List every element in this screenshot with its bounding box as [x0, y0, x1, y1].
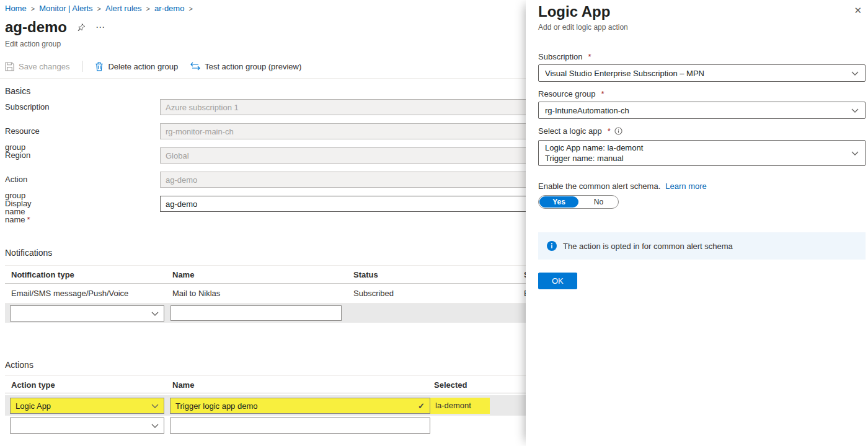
- checkmark-icon: ✓: [418, 401, 425, 411]
- breadcrumb-separator-icon: >: [146, 5, 150, 12]
- close-icon[interactable]: ✕: [854, 5, 862, 16]
- info-circle-icon[interactable]: [614, 127, 622, 135]
- schema-row: Enable the common alert schema. Learn mo…: [538, 181, 707, 191]
- ok-button[interactable]: OK: [538, 273, 577, 289]
- info-banner: The action is opted in for common alert …: [538, 232, 866, 260]
- notification-type-dropdown[interactable]: [10, 305, 164, 321]
- notifications-table-row[interactable]: Email/SMS message/Push/Voice Mail to Nik…: [5, 284, 526, 304]
- pin-icon[interactable]: [77, 23, 86, 32]
- display-name-label: Display name*: [5, 196, 32, 228]
- subscription-input[interactable]: [160, 99, 539, 115]
- chevron-down-icon: [851, 151, 859, 155]
- display-name-input[interactable]: [160, 196, 539, 212]
- breadcrumb-home[interactable]: Home: [5, 4, 27, 13]
- notification-name-cell: Mail to Niklas: [172, 284, 220, 303]
- notification-type-cell: Email/SMS message/Push/Voice: [11, 284, 128, 303]
- panel-subtitle: Add or edit logic app action: [538, 23, 628, 32]
- notification-name-input[interactable]: [170, 305, 342, 321]
- required-asterisk: *: [601, 89, 604, 98]
- actions-col-name: Name: [172, 376, 194, 394]
- page-title: ag-demo: [5, 19, 67, 36]
- chevron-down-icon: [151, 424, 159, 428]
- breadcrumb-separator-icon: >: [97, 5, 101, 12]
- save-changes-label: Save changes: [19, 62, 69, 71]
- logic-app-name-line: Logic App name: la-demont: [545, 142, 643, 153]
- toolbar-divider: [82, 61, 82, 72]
- new-action-type-dropdown[interactable]: [10, 418, 164, 434]
- save-changes-button[interactable]: Save changes: [5, 62, 69, 71]
- panel-resource-group-dropdown[interactable]: rg-IntuneAutomation-ch: [538, 102, 866, 119]
- actions-table-header: Action type Name Selected: [5, 375, 526, 393]
- panel-title: Logic App: [538, 3, 610, 20]
- basics-section-title: Basics: [5, 86, 30, 96]
- chevron-down-icon: [851, 108, 859, 113]
- test-action-group-button[interactable]: Test action group (preview): [190, 62, 301, 71]
- actions-table-row-selected: Logic App Trigger logic app demo ✓ la-de…: [5, 395, 526, 416]
- panel-logic-app-value: Logic App name: la-demont Trigger name: …: [545, 142, 643, 164]
- breadcrumb-alert-rules[interactable]: Alert rules: [105, 4, 142, 13]
- toolbar-divider-line: [0, 78, 526, 79]
- required-asterisk: *: [27, 215, 30, 224]
- panel-logic-app-label: Select a logic app*: [538, 126, 622, 136]
- more-options-icon[interactable]: ⋯: [95, 22, 105, 33]
- panel-resource-group-value: rg-IntuneAutomation-ch: [545, 106, 629, 115]
- action-type-dropdown[interactable]: Logic App: [10, 398, 164, 414]
- schema-label: Enable the common alert schema.: [538, 181, 660, 191]
- notification-status-cell: Subscribed: [353, 284, 394, 303]
- logic-app-trigger-line: Trigger name: manual: [545, 153, 643, 164]
- chevron-down-icon: [151, 404, 159, 408]
- trash-icon: [95, 62, 104, 71]
- page-subtitle: Edit action group: [5, 40, 61, 48]
- action-name-input[interactable]: Trigger logic app demo ✓: [170, 398, 430, 414]
- swap-arrows-icon: [190, 62, 200, 71]
- action-selected-cell: la-demont: [430, 398, 490, 414]
- region-label: Region: [5, 147, 30, 164]
- notifications-col-type: Notification type: [11, 266, 74, 284]
- toggle-no-option[interactable]: No: [579, 196, 618, 208]
- notifications-section-title: Notifications: [5, 248, 52, 258]
- command-bar: Save changes Delete action group Test ac…: [5, 57, 301, 76]
- logic-app-panel: Logic App ✕ Add or edit logic app action…: [526, 0, 868, 446]
- delete-action-group-button[interactable]: Delete action group: [95, 62, 178, 71]
- save-icon: [5, 62, 14, 71]
- info-banner-text: The action is opted in for common alert …: [563, 242, 733, 251]
- breadcrumb-separator-icon: >: [188, 5, 192, 12]
- schema-toggle[interactable]: Yes No: [538, 195, 619, 209]
- actions-section-title: Actions: [5, 360, 33, 370]
- required-asterisk: *: [588, 52, 591, 61]
- panel-subscription-label: Subscription*: [538, 52, 591, 61]
- breadcrumb-ar-demo[interactable]: ar-demo: [154, 4, 184, 13]
- learn-more-link[interactable]: Learn more: [665, 181, 706, 191]
- notifications-col-status: Status: [353, 266, 378, 284]
- breadcrumb: Home > Monitor | Alerts > Alert rules > …: [5, 4, 193, 13]
- notifications-col-name: Name: [172, 266, 194, 284]
- chevron-down-icon: [851, 71, 859, 76]
- chevron-down-icon: [151, 312, 159, 316]
- actions-new-row: [5, 417, 526, 434]
- delete-action-group-label: Delete action group: [108, 62, 178, 71]
- new-action-name-input[interactable]: [170, 418, 430, 434]
- panel-resource-group-label: Resource group*: [538, 89, 604, 98]
- action-group-name-input[interactable]: [160, 172, 539, 188]
- actions-col-selected: Selected: [434, 376, 467, 394]
- breadcrumb-separator-icon: >: [31, 5, 35, 12]
- panel-subscription-value: Visual Studio Enterprise Subscription – …: [545, 69, 704, 78]
- breadcrumb-monitor-alerts[interactable]: Monitor | Alerts: [39, 4, 92, 13]
- notifications-new-row: [5, 304, 526, 323]
- region-input[interactable]: [160, 147, 539, 164]
- notifications-table-header: Notification type Name Status S: [5, 265, 526, 284]
- panel-subscription-dropdown[interactable]: Visual Studio Enterprise Subscription – …: [538, 64, 866, 82]
- subscription-label: Subscription: [5, 99, 50, 115]
- test-action-group-label: Test action group (preview): [205, 62, 301, 71]
- page-title-row: ag-demo ⋯: [5, 19, 105, 36]
- required-asterisk: *: [608, 126, 611, 136]
- info-icon: [547, 241, 557, 251]
- resource-group-input[interactable]: [160, 123, 539, 139]
- action-name-value: Trigger logic app demo: [175, 401, 257, 411]
- actions-col-type: Action type: [11, 376, 55, 394]
- action-type-dropdown-value: Logic App: [16, 401, 51, 411]
- toggle-yes-option[interactable]: Yes: [539, 196, 578, 208]
- panel-logic-app-dropdown[interactable]: Logic App name: la-demont Trigger name: …: [538, 140, 866, 166]
